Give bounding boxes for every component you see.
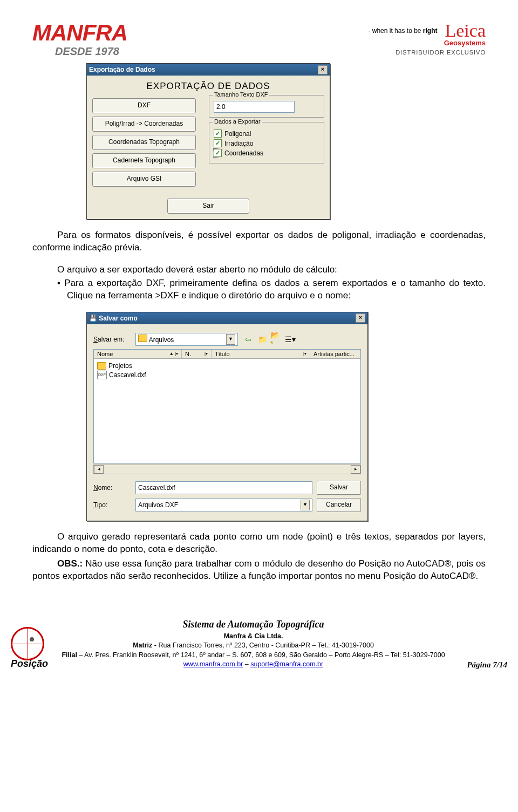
bullet-1: • Para a exportação DXF, primeiramente d… — [57, 277, 486, 302]
nome-label: Nome: — [93, 484, 131, 492]
leica-sub: Geosystems — [438, 39, 486, 47]
footer-title: Sistema de Automação Topográfica — [48, 618, 459, 631]
filetype-combo[interactable]: Arquivos DXF▼ — [135, 499, 312, 511]
page-footer: Posição Sistema de Automação Topográfica… — [0, 618, 518, 675]
horizontal-scrollbar[interactable]: ◂ ▸ — [93, 465, 361, 474]
col-n[interactable]: N.|▾ — [182, 350, 212, 358]
save-dialog-title: 💾 Salvar como — [89, 312, 138, 324]
dxf-button[interactable]: DXF — [92, 98, 196, 113]
arquivo-gsi-button[interactable]: Arquivo GSI — [92, 172, 196, 187]
footer-company: Manfra & Cia Ltda. — [48, 632, 459, 642]
page-header: MANFRA DESDE 1978 - when it has to be ri… — [32, 22, 486, 58]
dados-exportar-group: Dados a Exportar ✓Poligonal ✓Irradiação … — [209, 122, 324, 163]
brand-logo: MANFRA — [32, 22, 127, 44]
irradiacao-checkbox[interactable]: ✓Irradiação — [214, 139, 319, 147]
polig-irrad-button[interactable]: Polig/Irrad -> Coordenadas — [92, 117, 196, 132]
new-folder-icon[interactable]: 📂* — [270, 333, 282, 345]
folder-icon — [97, 362, 106, 370]
col-artistas[interactable]: Artistas partic... — [310, 350, 360, 358]
chevron-down-icon[interactable]: ▼ — [226, 334, 235, 345]
chevron-down-icon[interactable]: ▼ — [301, 500, 310, 510]
tamanho-texto-group: Tamanho Texto DXF 2.0 — [209, 95, 324, 118]
distributor-text: DISTRIBUIDOR EXCLUSIVO — [368, 49, 486, 56]
posicao-logo-icon — [11, 627, 44, 660]
poligonal-checkbox[interactable]: ✓Poligonal — [214, 129, 319, 138]
list-item[interactable]: DXFCascavel.dxf — [97, 371, 357, 379]
footer-links: www.manfra.com.br – suporte@manfra.com.b… — [48, 660, 459, 670]
scroll-right-icon[interactable]: ▸ — [351, 465, 360, 474]
export-heading: EXPORTAÇÃO DE DADOS — [92, 81, 324, 92]
email-link[interactable]: suporte@manfra.com.br — [250, 660, 323, 668]
folder-combo[interactable]: Arquivos ▼ — [135, 333, 238, 346]
sair-button[interactable]: Sair — [167, 199, 249, 214]
coordenadas-checkbox[interactable]: ✓Coordenadas — [214, 149, 319, 157]
list-item[interactable]: Projetos — [97, 362, 357, 370]
paragraph-3: O arquivo gerado representará cada ponto… — [32, 531, 486, 556]
salvar-em-label: Salvar em: — [93, 336, 131, 343]
scroll-left-icon[interactable]: ◂ — [94, 465, 104, 474]
close-icon[interactable]: × — [356, 313, 365, 323]
footer-matriz: Matriz - Rua Francisco Torres, nº 223, C… — [48, 641, 459, 651]
coord-topograph-button[interactable]: Coordenadas Topograph — [92, 135, 196, 150]
file-list[interactable]: Nome ▲ |▾ N.|▾ Título|▾ Artistas partic.… — [93, 349, 361, 463]
leica-logo: Leica — [445, 22, 486, 40]
export-dialog: Exportação de Dados × EXPORTAÇÃO DE DADO… — [86, 63, 330, 220]
tipo-label: Tipo: — [93, 501, 131, 509]
up-folder-icon[interactable]: 📁 — [256, 333, 268, 345]
footer-filial: Filial – Av. Pres. Franklin Roosevelt, n… — [48, 651, 459, 660]
back-icon[interactable]: ⇦ — [242, 333, 254, 345]
save-as-dialog: 💾 Salvar como × Salvar em: Arquivos ▼ ⇦ … — [86, 312, 368, 521]
tagline: - when it has to be right — [368, 27, 437, 35]
view-menu-icon[interactable]: ☰▾ — [284, 333, 296, 345]
paragraph-1: Para os formatos disponíveis, é possível… — [32, 229, 486, 254]
website-link[interactable]: www.manfra.com.br — [183, 660, 243, 668]
since-text: DESDE 1978 — [32, 45, 119, 58]
tamanho-texto-input[interactable]: 2.0 — [214, 101, 295, 113]
paragraph-2: O arquivo a ser exportado deverá estar a… — [32, 264, 486, 276]
col-titulo[interactable]: Título|▾ — [212, 350, 310, 358]
salvar-button[interactable]: Salvar — [317, 481, 361, 495]
dxf-file-icon: DXF — [97, 371, 107, 379]
cancelar-button[interactable]: Cancelar — [317, 498, 361, 512]
page-number: Página 7/14 — [459, 660, 507, 670]
filename-input[interactable]: Cascavel.dxf — [135, 481, 312, 494]
caderneta-button[interactable]: Caderneta Topograph — [92, 153, 196, 168]
export-dialog-title: Exportação de Dados — [89, 64, 155, 76]
folder-icon — [138, 335, 147, 342]
col-nome[interactable]: Nome ▲ |▾ — [94, 350, 182, 358]
paragraph-obs: OBS.: Não use essa função para trabalhar… — [32, 558, 486, 583]
close-icon[interactable]: × — [318, 65, 328, 74]
